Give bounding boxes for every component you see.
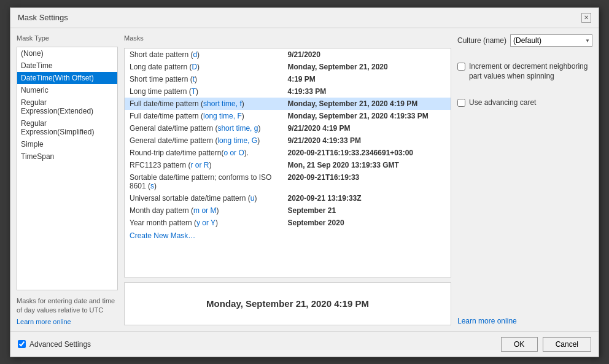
advanced-settings-label: Advanced Settings	[29, 340, 91, 349]
mask-row[interactable]: Month day pattern (m or M)September 21	[125, 204, 451, 217]
create-new-mask-link[interactable]: Create New Mask…	[125, 229, 451, 242]
close-button[interactable]: ✕	[581, 13, 591, 23]
mask-value-8: 2020-09-21T16:19:33.2346691+03:00	[288, 149, 446, 157]
mask-value-11: 2020-09-21 13:19:33Z	[288, 194, 446, 203]
learn-more-link-right[interactable]: Learn more online	[457, 317, 592, 325]
mask-pattern-4: Full date/time pattern (short time, f)	[130, 99, 288, 108]
mask-value-5: Monday, September 21, 2020 4:19:33 PM	[288, 112, 446, 120]
mask-row[interactable]: Full date/time pattern (short time, f)Mo…	[125, 98, 451, 110]
preview-box: Monday, September 21, 2020 4:19 PM	[124, 282, 451, 325]
mask-pattern-12: Month day pattern (m or M)	[130, 206, 288, 215]
center-panel: Masks Short date pattern (d)9/21/2020Lon…	[124, 34, 451, 325]
increment-label: Increment or decrement neighboring part …	[469, 61, 592, 82]
mask-pattern-0: Short date pattern (d)	[130, 50, 288, 59]
mask-pattern-8: Round-trip date/time pattern(o or O).	[130, 149, 288, 157]
mask-type-label: Mask Type	[17, 34, 118, 42]
culture-label: Culture (name)	[457, 36, 506, 45]
dialog-title: Mask Settings	[18, 13, 68, 22]
right-spacer	[457, 114, 592, 311]
increment-checkbox[interactable]	[457, 63, 465, 71]
mask-row[interactable]: General date/time pattern (long time, G)…	[125, 134, 451, 147]
info-text: Masks for entering date and time of day …	[17, 296, 118, 316]
mask-row[interactable]: Year month pattern (y or Y)September 202…	[125, 217, 451, 229]
title-bar: Mask Settings ✕	[10, 8, 599, 28]
mask-value-12: September 21	[288, 206, 446, 215]
culture-select-wrapper: (Default)en-USen-GBfr-FRde-DE ▼	[510, 34, 592, 47]
mask-settings-dialog: Mask Settings ✕ Mask Type (None)DateTime…	[10, 7, 599, 357]
advanced-settings-checkbox[interactable]	[18, 340, 26, 348]
learn-more-link-left[interactable]: Learn more online	[17, 318, 118, 325]
mask-pattern-7: General date/time pattern (long time, G)	[130, 136, 288, 145]
culture-select[interactable]: (Default)en-USen-GBfr-FRde-DE	[510, 34, 592, 47]
mask-type-item-none[interactable]: (None)	[17, 47, 117, 60]
right-panel: Culture (name) (Default)en-USen-GBfr-FRd…	[457, 34, 592, 325]
mask-value-3: 4:19:33 PM	[288, 87, 446, 96]
mask-row[interactable]: Sortable date/time pattern; conforms to …	[125, 171, 451, 192]
mask-type-item-datetime_offset[interactable]: DateTime(With Offset)	[17, 72, 117, 84]
mask-pattern-10: Sortable date/time pattern; conforms to …	[130, 173, 288, 190]
button-row: OK Cancel	[501, 337, 591, 352]
mask-pattern-13: Year month pattern (y or Y)	[130, 219, 288, 227]
increment-checkbox-row: Increment or decrement neighboring part …	[457, 61, 592, 82]
mask-pattern-11: Universal sortable date/time pattern (u)	[130, 194, 288, 203]
mask-row[interactable]: RFC1123 pattern (r or R)Mon, 21 Sep 2020…	[125, 159, 451, 171]
advancing-caret-checkbox[interactable]	[457, 99, 465, 107]
mask-row[interactable]: Short time pattern (t)4:19 PM	[125, 73, 451, 85]
mask-row[interactable]: Universal sortable date/time pattern (u)…	[125, 192, 451, 204]
mask-value-6: 9/21/2020 4:19 PM	[288, 124, 446, 133]
mask-value-9: Mon, 21 Sep 2020 13:19:33 GMT	[288, 161, 446, 169]
mask-pattern-9: RFC1123 pattern (r or R)	[130, 161, 288, 169]
mask-pattern-1: Long date pattern (D)	[130, 63, 288, 71]
ok-button[interactable]: OK	[501, 337, 538, 352]
culture-row: Culture (name) (Default)en-USen-GBfr-FRd…	[457, 34, 592, 47]
advancing-caret-row: Use advancing caret	[457, 98, 592, 108]
mask-row[interactable]: Round-trip date/time pattern(o or O).202…	[125, 147, 451, 159]
mask-type-item-regex_extended[interactable]: Regular Expression(Extended)	[17, 96, 117, 117]
preview-text: Monday, September 21, 2020 4:19 PM	[206, 298, 369, 309]
mask-row[interactable]: Full date/time pattern (long time, F)Mon…	[125, 110, 451, 122]
mask-pattern-3: Long time pattern (T)	[130, 87, 288, 96]
mask-type-item-numeric[interactable]: Numeric	[17, 84, 117, 96]
mask-type-item-timespan[interactable]: TimeSpan	[17, 150, 117, 163]
mask-value-10: 2020-09-21T16:19:33	[288, 173, 446, 190]
mask-type-item-regex_simplified[interactable]: Regular Expression(Simplified)	[17, 117, 117, 138]
mask-row[interactable]: Long time pattern (T)4:19:33 PM	[125, 85, 451, 98]
mask-value-13: September 2020	[288, 219, 446, 227]
masks-label: Masks	[124, 34, 451, 42]
advanced-settings-row: Advanced Settings	[18, 340, 91, 349]
masks-table: Short date pattern (d)9/21/2020Long date…	[124, 48, 451, 277]
mask-row[interactable]: General date/time pattern (short time, g…	[125, 122, 451, 134]
mask-type-item-simple[interactable]: Simple	[17, 138, 117, 150]
mask-value-0: 9/21/2020	[288, 50, 446, 59]
mask-type-item-datetime[interactable]: DateTime	[17, 60, 117, 72]
mask-pattern-6: General date/time pattern (short time, g…	[130, 124, 288, 133]
left-panel: Mask Type (None)DateTimeDateTime(With Of…	[17, 34, 118, 325]
advancing-caret-label: Use advancing caret	[469, 98, 536, 108]
mask-type-list: (None)DateTimeDateTime(With Offset)Numer…	[17, 47, 118, 290]
mask-pattern-5: Full date/time pattern (long time, F)	[130, 112, 288, 120]
mask-row[interactable]: Long date pattern (D)Monday, September 2…	[125, 61, 451, 73]
mask-value-7: 9/21/2020 4:19:33 PM	[288, 136, 446, 145]
mask-value-1: Monday, September 21, 2020	[288, 63, 446, 71]
mask-value-4: Monday, September 21, 2020 4:19 PM	[288, 99, 446, 108]
mask-row[interactable]: Short date pattern (d)9/21/2020	[125, 48, 451, 61]
cancel-button[interactable]: Cancel	[543, 337, 591, 352]
mask-pattern-2: Short time pattern (t)	[130, 75, 288, 83]
mask-value-2: 4:19 PM	[288, 75, 446, 83]
main-content: Mask Type (None)DateTimeDateTime(With Of…	[10, 28, 599, 331]
bottom-bar: Advanced Settings OK Cancel	[10, 331, 599, 357]
